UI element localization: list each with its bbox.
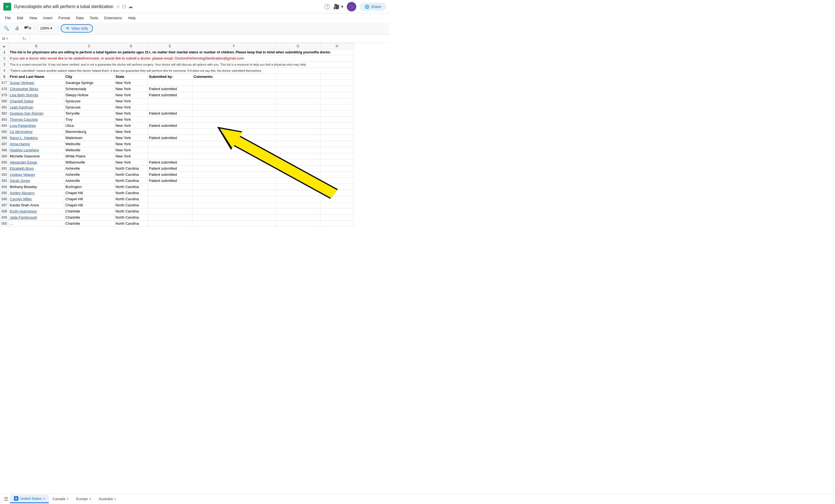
table-row: 879Lisa Beth SpirydaSleepy HollowNew Yor… — [0, 92, 354, 98]
cell-b[interactable]: Heather Lanphere — [8, 147, 64, 153]
share-icon: 🌐 — [365, 4, 369, 9]
row-number: 887 — [0, 141, 8, 147]
cell-b[interactable]: Liz McAndrew — [8, 129, 64, 135]
col-header-c[interactable]: C — [64, 43, 115, 49]
avatar[interactable]: 🦬 — [347, 2, 356, 12]
cell-c: Charlotte — [64, 214, 115, 220]
cell-c: Charlotte — [64, 208, 115, 214]
cell-b: First and Last Name — [8, 74, 64, 80]
table-row: 877Susan VerlegerSaratoga SpringsNew Yor… — [0, 80, 354, 86]
cell-f — [192, 172, 276, 178]
cell-b: If you are a doctor who would like to be… — [8, 55, 354, 61]
cell-b[interactable]: Christopher Bloss — [8, 86, 64, 92]
cell-d: North Carolina — [115, 208, 148, 214]
paint-format-icon[interactable]: ▾ — [23, 24, 32, 33]
video-icon[interactable]: 🎥 ▾ — [333, 4, 344, 10]
cell-d: New York — [115, 129, 148, 135]
cell-b[interactable]: Jada Fambrough — [8, 214, 64, 220]
row-number: 1 — [0, 49, 8, 55]
cell-b[interactable]: Nanci L. Hawkins — [8, 135, 64, 141]
cell-g — [276, 160, 320, 166]
grid-area[interactable]: ▶ B C D E F G H 1This list is for physic… — [0, 43, 390, 241]
cell-b[interactable]: Thomas Cacciola — [8, 117, 64, 123]
row-number: 3 — [0, 61, 8, 68]
cell-g — [276, 117, 320, 123]
menu-format[interactable]: Format — [56, 15, 73, 21]
cell-f — [192, 117, 276, 123]
cell-reference[interactable]: I1 ▾ — [0, 35, 19, 43]
star-icon[interactable]: ☆ — [116, 4, 120, 9]
cell-f — [192, 208, 276, 214]
menu-view[interactable]: View — [26, 15, 40, 21]
cell-f — [192, 92, 276, 98]
col-header-b[interactable]: B — [8, 43, 64, 49]
print-icon[interactable]: 🖨 — [13, 24, 21, 33]
cell-e — [148, 117, 192, 123]
cell-d: State — [115, 74, 148, 80]
menu-edit[interactable]: Edit — [14, 15, 26, 21]
eye-icon: 👁 — [66, 26, 69, 30]
menu-data[interactable]: Data — [73, 15, 86, 21]
col-header-g[interactable]: G — [276, 43, 320, 49]
cell-h — [320, 172, 354, 178]
cell-f — [192, 202, 276, 208]
cell-c: Terryville — [64, 110, 115, 117]
cell-b[interactable]: Carolyn Miller — [8, 196, 64, 202]
cell-g — [276, 74, 320, 80]
cloud-icon[interactable]: ☁ — [128, 4, 133, 9]
cell-b[interactable]: Emily Hutcheson — [8, 208, 64, 214]
history-icon[interactable]: 🕐 — [324, 4, 330, 10]
svg-rect-1 — [6, 6, 8, 6]
col-header-f[interactable]: F — [192, 43, 276, 49]
cell-f — [192, 214, 276, 220]
share-button[interactable]: 🌐 Share — [360, 2, 386, 11]
table-row: 882Gustavo San RomanTerryvilleNew YorkPa… — [0, 110, 354, 117]
location-icon[interactable]: ⬡ — [122, 4, 126, 9]
col-header-e[interactable]: E — [148, 43, 192, 49]
view-only-button[interactable]: 👁 View only — [61, 24, 93, 33]
cell-f — [192, 220, 276, 227]
cell-d: New York — [115, 135, 148, 141]
cell-g — [276, 153, 320, 160]
zoom-selector[interactable]: 100% ▾ — [38, 25, 55, 31]
col-header-h[interactable]: H — [320, 43, 354, 49]
cell-b[interactable]: Lisa Beth Spiryda — [8, 92, 64, 98]
menu-file[interactable]: File — [2, 15, 14, 21]
cell-b[interactable]: Chantell Dalpe — [8, 98, 64, 104]
cell-g — [276, 129, 320, 135]
cell-g — [276, 80, 320, 86]
table-row: 891Elizabeth BuysAshevilleNorth Carolina… — [0, 166, 354, 172]
svg-rect-4 — [24, 26, 27, 29]
cell-b[interactable]: Lindsay Veazey — [8, 172, 64, 178]
cell-b[interactable]: Anna Haring — [8, 141, 64, 147]
cell-b[interactable]: Elizabeth Buys — [8, 166, 64, 172]
cell-b[interactable]: Susan Verleger — [8, 80, 64, 86]
menu-tools[interactable]: Tools — [87, 15, 101, 21]
cell-g — [276, 98, 320, 104]
cell-e: Patient submitted — [148, 110, 192, 117]
menu-insert[interactable]: Insert — [40, 15, 55, 21]
cell-e — [148, 196, 192, 202]
cell-f — [192, 86, 276, 92]
cell-b[interactable]: Alexander Eswar — [8, 160, 64, 166]
table-row: 899Jada FambroughCharlotteNorth Carolina — [0, 214, 354, 220]
table-row: 894Bethany BeasleyBurlingtonNorth Caroli… — [0, 184, 354, 190]
menu-extensions[interactable]: Extensions — [102, 15, 125, 21]
row-number: 882 — [0, 110, 8, 117]
cell-g — [276, 196, 320, 202]
table-row: 883Thomas CacciolaTroyNew York — [0, 117, 354, 123]
cell-b[interactable]: Leah Kaufman — [8, 104, 64, 110]
cell-b[interactable]: Ashley Navarro — [8, 190, 64, 196]
row-number: 879 — [0, 92, 8, 98]
cell-b[interactable]: Sarah Jones — [8, 178, 64, 184]
search-icon[interactable]: 🔍 — [2, 24, 11, 33]
cell-g — [276, 123, 320, 129]
cell-h — [320, 178, 354, 184]
cell-b[interactable]: Gustavo San Roman — [8, 110, 64, 117]
cell-h — [320, 202, 354, 208]
row-number: 885 — [0, 129, 8, 135]
col-header-d[interactable]: D — [115, 43, 148, 49]
cell-b[interactable]: Lora Papandrea — [8, 123, 64, 129]
table-row: 878Christopher BlossSchenectadyNew YorkP… — [0, 86, 354, 92]
menu-help[interactable]: Help — [125, 15, 138, 21]
